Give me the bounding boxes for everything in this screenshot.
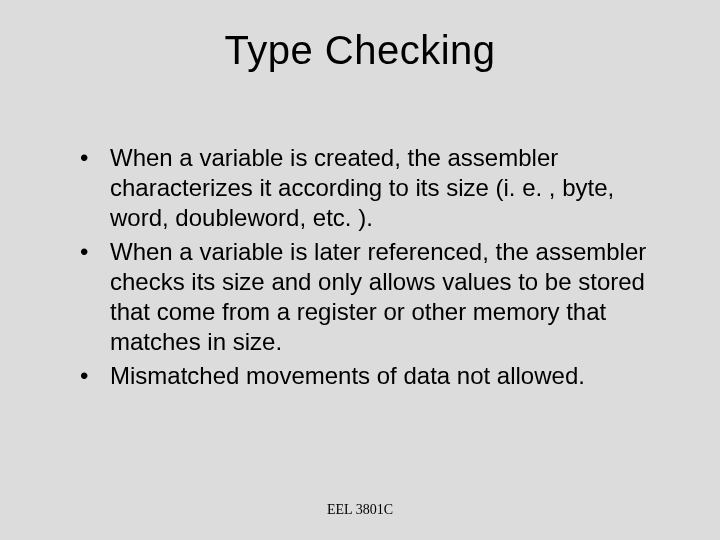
- list-item: Mismatched movements of data not allowed…: [80, 361, 660, 391]
- slide-title: Type Checking: [40, 28, 680, 73]
- bullet-list: When a variable is created, the assemble…: [40, 143, 680, 391]
- list-item: When a variable is created, the assemble…: [80, 143, 660, 233]
- slide-footer: EEL 3801C: [0, 502, 720, 518]
- slide-container: Type Checking When a variable is created…: [0, 0, 720, 540]
- list-item: When a variable is later referenced, the…: [80, 237, 660, 357]
